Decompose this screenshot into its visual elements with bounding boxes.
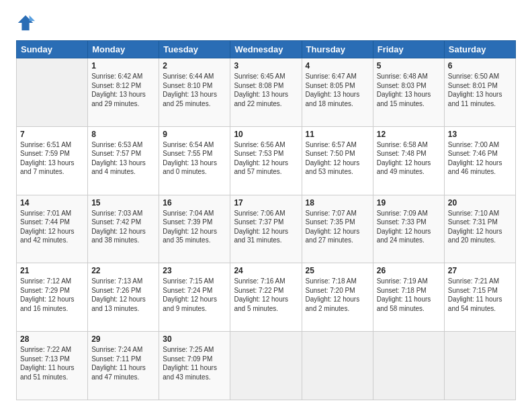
weekday-header-wednesday: Wednesday: [230, 41, 302, 58]
day-cell: 21Sunrise: 7:12 AM Sunset: 7:29 PM Dayli…: [17, 263, 88, 332]
svg-marker-1: [30, 15, 35, 21]
day-info: Sunrise: 7:19 AM Sunset: 7:18 PM Dayligh…: [377, 277, 441, 313]
weekday-header-monday: Monday: [88, 41, 159, 58]
day-info: Sunrise: 7:13 AM Sunset: 7:26 PM Dayligh…: [91, 277, 155, 313]
day-number: 28: [20, 334, 84, 344]
day-number: 25: [306, 266, 369, 275]
day-number: 18: [306, 198, 369, 208]
day-cell: 3Sunrise: 6:45 AM Sunset: 8:08 PM Daylig…: [230, 58, 302, 127]
day-info: Sunrise: 7:01 AM Sunset: 7:44 PM Dayligh…: [20, 209, 84, 245]
logo-icon: [16, 13, 35, 32]
day-cell: 5Sunrise: 6:48 AM Sunset: 8:03 PM Daylig…: [373, 58, 444, 127]
day-number: 10: [234, 130, 298, 139]
day-cell: 1Sunrise: 6:42 AM Sunset: 8:12 PM Daylig…: [88, 58, 159, 127]
day-info: Sunrise: 6:42 AM Sunset: 8:12 PM Dayligh…: [91, 72, 155, 108]
day-cell: 28Sunrise: 7:22 AM Sunset: 7:13 PM Dayli…: [17, 332, 88, 400]
day-cell: 4Sunrise: 6:47 AM Sunset: 8:05 PM Daylig…: [302, 58, 373, 127]
day-number: 1: [91, 61, 155, 71]
logo: [16, 13, 38, 32]
day-cell: 6Sunrise: 6:50 AM Sunset: 8:01 PM Daylig…: [444, 58, 515, 127]
day-number: 5: [377, 61, 441, 71]
day-info: Sunrise: 7:04 AM Sunset: 7:39 PM Dayligh…: [163, 209, 226, 245]
day-info: Sunrise: 7:15 AM Sunset: 7:24 PM Dayligh…: [163, 277, 226, 313]
week-row-0: 1Sunrise: 6:42 AM Sunset: 8:12 PM Daylig…: [17, 58, 516, 127]
day-info: Sunrise: 6:54 AM Sunset: 7:55 PM Dayligh…: [163, 140, 226, 177]
page: SundayMondayTuesdayWednesdayThursdayFrid…: [0, 0, 532, 411]
day-cell: 2Sunrise: 6:44 AM Sunset: 8:10 PM Daylig…: [159, 58, 230, 127]
week-row-4: 28Sunrise: 7:22 AM Sunset: 7:13 PM Dayli…: [17, 332, 516, 400]
weekday-header-thursday: Thursday: [302, 41, 373, 58]
day-cell: 14Sunrise: 7:01 AM Sunset: 7:44 PM Dayli…: [17, 195, 88, 263]
day-cell: 7Sunrise: 6:51 AM Sunset: 7:59 PM Daylig…: [17, 126, 88, 195]
day-cell: 13Sunrise: 7:00 AM Sunset: 7:46 PM Dayli…: [444, 126, 515, 195]
day-info: Sunrise: 7:22 AM Sunset: 7:13 PM Dayligh…: [20, 345, 84, 381]
day-cell: 10Sunrise: 6:56 AM Sunset: 7:53 PM Dayli…: [230, 126, 302, 195]
header: [16, 13, 516, 32]
weekday-header-sunday: Sunday: [17, 41, 88, 58]
day-cell: 17Sunrise: 7:06 AM Sunset: 7:37 PM Dayli…: [230, 195, 302, 263]
day-cell: 20Sunrise: 7:10 AM Sunset: 7:31 PM Dayli…: [444, 195, 515, 263]
day-number: 8: [91, 130, 155, 139]
day-info: Sunrise: 6:51 AM Sunset: 7:59 PM Dayligh…: [20, 140, 84, 177]
day-cell: [17, 58, 88, 127]
day-cell: 18Sunrise: 7:07 AM Sunset: 7:35 PM Dayli…: [302, 195, 373, 263]
day-cell: 22Sunrise: 7:13 AM Sunset: 7:26 PM Dayli…: [88, 263, 159, 332]
day-number: 23: [163, 266, 226, 275]
day-cell: [444, 332, 515, 400]
day-info: Sunrise: 7:12 AM Sunset: 7:29 PM Dayligh…: [20, 277, 84, 313]
day-number: 12: [377, 130, 441, 139]
week-row-1: 7Sunrise: 6:51 AM Sunset: 7:59 PM Daylig…: [17, 126, 516, 195]
day-info: Sunrise: 7:25 AM Sunset: 7:09 PM Dayligh…: [163, 345, 226, 381]
day-number: 17: [234, 198, 298, 208]
day-number: 20: [448, 198, 512, 208]
day-info: Sunrise: 7:09 AM Sunset: 7:33 PM Dayligh…: [377, 209, 441, 245]
day-info: Sunrise: 6:48 AM Sunset: 8:03 PM Dayligh…: [377, 72, 441, 108]
day-cell: 11Sunrise: 6:57 AM Sunset: 7:50 PM Dayli…: [302, 126, 373, 195]
day-number: 26: [377, 266, 441, 275]
day-cell: [302, 332, 373, 400]
day-info: Sunrise: 7:18 AM Sunset: 7:20 PM Dayligh…: [306, 277, 369, 313]
day-info: Sunrise: 6:58 AM Sunset: 7:48 PM Dayligh…: [377, 140, 441, 177]
day-info: Sunrise: 6:47 AM Sunset: 8:05 PM Dayligh…: [306, 72, 369, 108]
weekday-header-friday: Friday: [373, 41, 444, 58]
day-number: 19: [377, 198, 441, 208]
day-cell: 8Sunrise: 6:53 AM Sunset: 7:57 PM Daylig…: [88, 126, 159, 195]
day-info: Sunrise: 6:53 AM Sunset: 7:57 PM Dayligh…: [91, 140, 155, 177]
weekday-header-tuesday: Tuesday: [159, 41, 230, 58]
day-info: Sunrise: 7:00 AM Sunset: 7:46 PM Dayligh…: [448, 140, 512, 177]
day-info: Sunrise: 7:24 AM Sunset: 7:11 PM Dayligh…: [91, 345, 155, 381]
day-cell: 9Sunrise: 6:54 AM Sunset: 7:55 PM Daylig…: [159, 126, 230, 195]
day-cell: 19Sunrise: 7:09 AM Sunset: 7:33 PM Dayli…: [373, 195, 444, 263]
day-number: 13: [448, 130, 512, 139]
day-number: 4: [306, 61, 369, 71]
day-info: Sunrise: 6:50 AM Sunset: 8:01 PM Dayligh…: [448, 72, 512, 108]
day-cell: 12Sunrise: 6:58 AM Sunset: 7:48 PM Dayli…: [373, 126, 444, 195]
day-number: 30: [163, 334, 226, 344]
day-number: 21: [20, 266, 84, 275]
day-cell: 29Sunrise: 7:24 AM Sunset: 7:11 PM Dayli…: [88, 332, 159, 400]
day-info: Sunrise: 6:44 AM Sunset: 8:10 PM Dayligh…: [163, 72, 226, 108]
day-info: Sunrise: 7:07 AM Sunset: 7:35 PM Dayligh…: [306, 209, 369, 245]
day-info: Sunrise: 7:06 AM Sunset: 7:37 PM Dayligh…: [234, 209, 298, 245]
day-number: 9: [163, 130, 226, 139]
day-number: 27: [448, 266, 512, 275]
day-number: 11: [306, 130, 369, 139]
day-number: 15: [91, 198, 155, 208]
day-cell: 30Sunrise: 7:25 AM Sunset: 7:09 PM Dayli…: [159, 332, 230, 400]
day-info: Sunrise: 7:10 AM Sunset: 7:31 PM Dayligh…: [448, 209, 512, 245]
day-number: 7: [20, 130, 84, 139]
day-cell: [230, 332, 302, 400]
day-info: Sunrise: 7:21 AM Sunset: 7:15 PM Dayligh…: [448, 277, 512, 313]
day-number: 29: [91, 334, 155, 344]
day-cell: 24Sunrise: 7:16 AM Sunset: 7:22 PM Dayli…: [230, 263, 302, 332]
day-cell: 23Sunrise: 7:15 AM Sunset: 7:24 PM Dayli…: [159, 263, 230, 332]
day-info: Sunrise: 6:56 AM Sunset: 7:53 PM Dayligh…: [234, 140, 298, 177]
day-cell: 16Sunrise: 7:04 AM Sunset: 7:39 PM Dayli…: [159, 195, 230, 263]
calendar: SundayMondayTuesdayWednesdayThursdayFrid…: [16, 40, 516, 400]
day-number: 3: [234, 61, 298, 71]
day-number: 22: [91, 266, 155, 275]
day-number: 16: [163, 198, 226, 208]
day-info: Sunrise: 6:45 AM Sunset: 8:08 PM Dayligh…: [234, 72, 298, 108]
week-row-3: 21Sunrise: 7:12 AM Sunset: 7:29 PM Dayli…: [17, 263, 516, 332]
day-cell: 27Sunrise: 7:21 AM Sunset: 7:15 PM Dayli…: [444, 263, 515, 332]
